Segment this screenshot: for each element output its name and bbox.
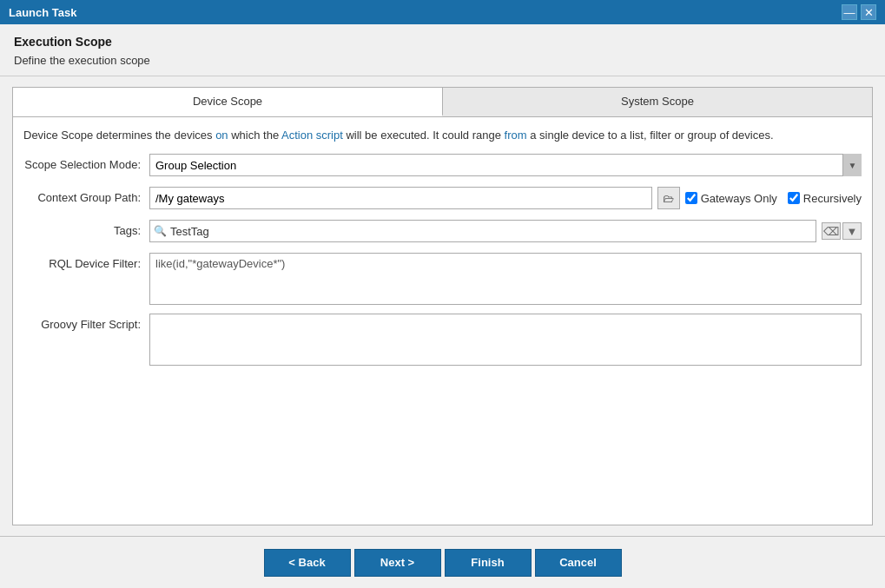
tags-control: 🔍 TestTag ⌫ ▼ <box>149 220 862 242</box>
footer: < Back Next > Finish Cancel <box>0 536 885 588</box>
context-group-path-row: Context Group Path: 🗁 Gateways Only R <box>23 187 862 211</box>
section-description: Define the execution scope <box>14 54 871 67</box>
rql-device-filter-input[interactable]: like(id,"*gatewayDevice*") <box>149 253 862 305</box>
title-bar-controls: — ✕ <box>842 4 876 20</box>
tags-dropdown-button[interactable]: ▼ <box>842 222 862 240</box>
tags-value: TestTag <box>170 225 812 238</box>
gateways-only-checkbox[interactable] <box>685 192 697 204</box>
window-title: Launch Task <box>9 6 77 19</box>
scope-selection-mode-label: Scope Selection Mode: <box>23 154 149 171</box>
eraser-icon: ⌫ <box>823 225 839 238</box>
tags-label: Tags: <box>23 220 149 237</box>
main-content: Device Scope System Scope Device Scope d… <box>0 76 885 536</box>
rql-device-filter-row: RQL Device Filter: like(id,"*gatewayDevi… <box>23 253 862 305</box>
scope-selection-mode-select[interactable]: Group Selection Device List Filter All D… <box>149 154 862 176</box>
cancel-button[interactable]: Cancel <box>535 549 622 577</box>
browse-icon[interactable]: 🗁 <box>657 187 680 209</box>
scope-selection-mode-control: Group Selection Device List Filter All D… <box>149 154 862 176</box>
recursively-label: Recursively <box>803 192 862 205</box>
close-icon: ✕ <box>864 6 874 19</box>
tags-clear-button[interactable]: ⌫ <box>822 222 841 240</box>
info-text: Device Scope determines the devices on w… <box>23 128 862 143</box>
tags-actions: ⌫ ▼ <box>822 222 862 240</box>
recursively-checkbox[interactable] <box>788 192 800 204</box>
header-section: Execution Scope Define the execution sco… <box>0 24 885 76</box>
back-button[interactable]: < Back <box>264 549 351 577</box>
groovy-filter-script-label: Groovy Filter Script: <box>23 314 149 331</box>
tags-input-container[interactable]: 🔍 TestTag <box>149 220 816 242</box>
title-bar: Launch Task — ✕ <box>0 0 885 24</box>
scope-select-arrow-icon: ▼ <box>842 154 862 176</box>
finish-button[interactable]: Finish <box>445 549 532 577</box>
rql-device-filter-label: RQL Device Filter: <box>23 253 149 270</box>
gateways-only-label: Gateways Only <box>701 192 777 205</box>
launch-task-window: Launch Task — ✕ Execution Scope Define t… <box>0 0 885 588</box>
context-group-path-label: Context Group Path: <box>23 187 149 204</box>
next-button[interactable]: Next > <box>354 549 441 577</box>
minimize-button[interactable]: — <box>842 4 857 20</box>
minimize-icon: — <box>844 6 855 19</box>
context-group-path-control: 🗁 Gateways Only Recursively <box>149 187 862 209</box>
groovy-filter-script-input[interactable] <box>149 314 862 366</box>
tags-dropdown-icon: ▼ <box>847 225 858 238</box>
section-title: Execution Scope <box>14 35 871 49</box>
close-button[interactable]: ✕ <box>861 4 876 20</box>
scope-selection-mode-select-wrapper: Group Selection Device List Filter All D… <box>149 154 862 176</box>
tab-system-scope[interactable]: System Scope <box>443 88 872 116</box>
scope-selection-mode-row: Scope Selection Mode: Group Selection De… <box>23 154 862 178</box>
tags-search-icon: 🔍 <box>154 225 167 237</box>
groovy-filter-script-row: Groovy Filter Script: <box>23 314 862 366</box>
tab-content-device-scope: Device Scope determines the devices on w… <box>12 117 873 525</box>
context-group-path-input[interactable] <box>149 187 652 209</box>
rql-device-filter-value: like(id,"*gatewayDevice*") <box>155 257 285 270</box>
gateways-only-checkbox-row: Gateways Only Recursively <box>685 192 862 205</box>
tab-device-scope[interactable]: Device Scope <box>13 88 443 116</box>
tabs-bar: Device Scope System Scope <box>12 87 873 117</box>
tags-row: Tags: 🔍 TestTag ⌫ ▼ <box>23 220 862 244</box>
